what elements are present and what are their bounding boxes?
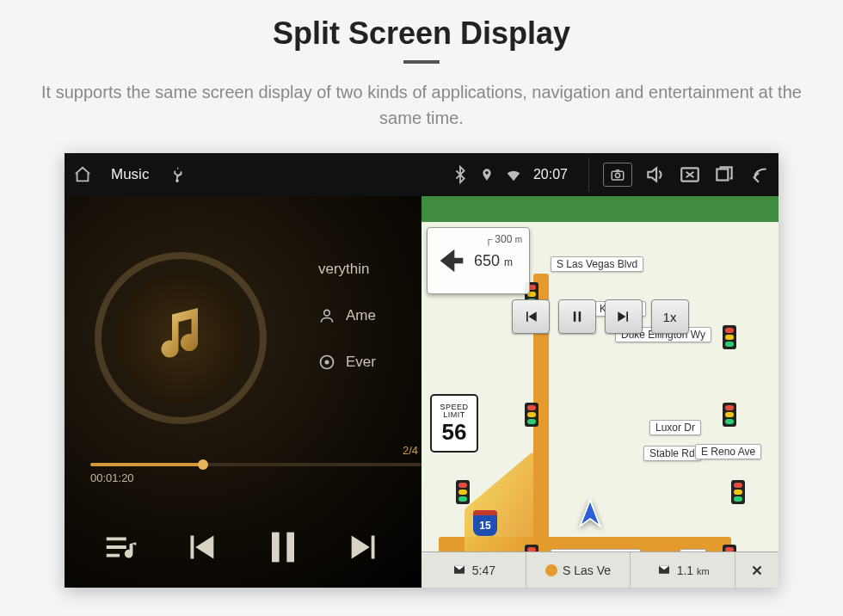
status-bar: Music 20:07 xyxy=(65,153,778,196)
bluetooth-icon xyxy=(451,165,470,184)
screenshot-button[interactable] xyxy=(603,163,632,187)
title-underline xyxy=(403,60,440,64)
nav-info-bar: 5:47 S Las Ve 1.1 km xyxy=(422,551,778,588)
clock-time: 20:07 xyxy=(533,167,568,182)
distance-cell: 1.1 km xyxy=(631,552,735,588)
artist-icon xyxy=(318,307,335,324)
route-speed-button[interactable]: 1x xyxy=(651,299,689,334)
route-pause-button[interactable] xyxy=(558,299,596,334)
svg-point-1 xyxy=(615,173,619,177)
svg-point-4 xyxy=(324,310,330,316)
page-title: Split Screen Display xyxy=(273,15,570,52)
music-note-icon xyxy=(146,304,215,373)
traffic-light-icon xyxy=(731,480,745,504)
camera-icon xyxy=(610,167,625,182)
turn-distance: 650 m xyxy=(474,252,513,269)
transport-controls xyxy=(65,506,422,588)
artist-name: Ame xyxy=(346,307,376,324)
svg-rect-10 xyxy=(578,311,581,322)
highway-shield: 15 xyxy=(473,510,497,536)
turn-distance-secondary: ┌ 300 m xyxy=(484,233,522,245)
pause-button[interactable] xyxy=(261,525,305,570)
close-split-icon[interactable] xyxy=(679,163,701,186)
app-label: Music xyxy=(111,166,149,183)
street-label: Stable Rd xyxy=(643,446,701,461)
svg-rect-3 xyxy=(717,169,728,181)
location-icon xyxy=(480,168,494,182)
remaining-cell: S Las Ve xyxy=(526,552,631,588)
next-button[interactable] xyxy=(345,527,385,567)
street-label: S Las Vegas Blvd xyxy=(551,256,643,272)
elapsed-time: 00:01:20 xyxy=(90,471,134,484)
album-icon xyxy=(318,354,335,371)
street-label: Luxor Dr xyxy=(649,420,701,435)
street-label: E Reno Ave xyxy=(695,444,761,459)
wifi-icon xyxy=(504,165,523,184)
music-pane: verythin Ame Ever xyxy=(65,196,422,588)
traffic-light-icon xyxy=(723,403,736,427)
track-title: verythin xyxy=(318,261,370,278)
svg-rect-9 xyxy=(573,311,575,322)
route-next-button[interactable] xyxy=(605,299,643,334)
nav-close-button[interactable] xyxy=(735,552,778,588)
turn-panel: 650 m ┌ 300 m xyxy=(427,227,530,294)
usb-icon xyxy=(168,165,187,184)
track-metadata: verythin Ame Ever xyxy=(318,261,376,400)
svg-point-6 xyxy=(325,360,328,363)
svg-rect-7 xyxy=(272,532,280,562)
navigation-pane: 15 S Las Vegas Blvd Koval Ln Duke Elling… xyxy=(422,196,778,588)
route-prev-button[interactable] xyxy=(512,299,550,334)
page-description: It supports the same screen display of t… xyxy=(34,79,809,131)
vehicle-position-icon xyxy=(573,497,607,532)
route-playback-controls: 1x xyxy=(512,299,689,334)
track-counter: 2/4 xyxy=(403,444,418,457)
back-icon[interactable] xyxy=(748,163,770,186)
previous-button[interactable] xyxy=(181,527,220,567)
album-art xyxy=(95,252,267,424)
svg-rect-8 xyxy=(286,532,294,562)
device-screenshot: Music 20:07 xyxy=(65,153,778,588)
home-icon[interactable] xyxy=(73,165,92,184)
playlist-button[interactable] xyxy=(102,527,141,567)
album-name: Ever xyxy=(346,354,376,371)
progress-slider[interactable] xyxy=(90,463,422,466)
traffic-light-icon xyxy=(525,403,538,427)
speed-limit-sign: SPEED LIMIT 56 xyxy=(430,394,478,453)
turn-left-icon xyxy=(434,243,469,278)
traffic-light-icon xyxy=(456,480,470,504)
eta-cell: 5:47 xyxy=(422,552,526,588)
recent-apps-icon[interactable] xyxy=(713,163,735,186)
traffic-light-icon xyxy=(723,325,736,349)
nav-header-strip xyxy=(422,196,778,222)
volume-icon[interactable] xyxy=(644,163,667,186)
